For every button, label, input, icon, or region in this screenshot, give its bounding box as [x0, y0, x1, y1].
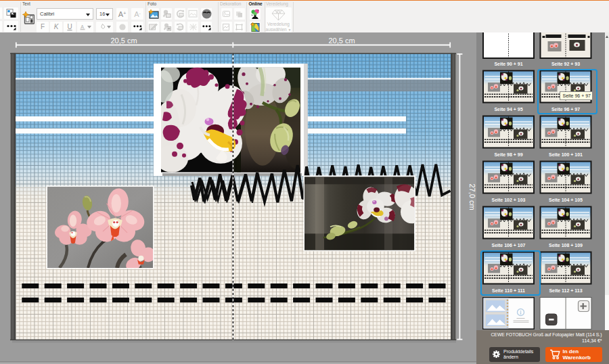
- svg-text:20,5 cm: 20,5 cm: [328, 37, 355, 45]
- svg-text:A: A: [81, 24, 84, 29]
- svg-text:20,5 cm: 20,5 cm: [110, 37, 137, 45]
- svg-text:27,0 cm: 27,0 cm: [468, 183, 476, 210]
